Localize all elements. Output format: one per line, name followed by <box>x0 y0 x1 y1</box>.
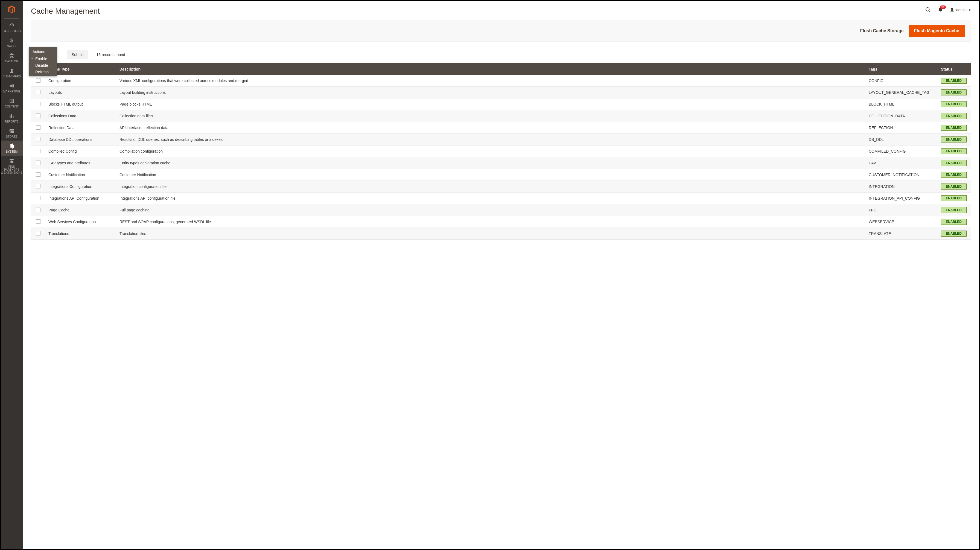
table-row: Customer NotificationCustomer Notificati… <box>31 169 971 181</box>
table-row: Integrations ConfigurationIntegration co… <box>31 181 971 193</box>
submit-button[interactable]: Submit <box>67 50 88 59</box>
sidebar-item-dashboard[interactable]: DASHBOARD <box>1 20 23 35</box>
status-badge: ENABLED <box>941 101 967 107</box>
column-tags[interactable]: Tags <box>866 63 938 75</box>
cell-cache-type: Compiled Config <box>46 145 117 157</box>
row-checkbox[interactable] <box>36 172 40 177</box>
cell-tags: BLOCK_HTML <box>866 99 938 110</box>
status-badge: ENABLED <box>941 160 967 166</box>
sidebar-item-partners[interactable]: FIND PARTNERS& EXTENSIONS <box>1 156 23 177</box>
cell-description: Full page caching <box>117 204 866 216</box>
cell-tags: COLLECTION_DATA <box>866 110 938 122</box>
table-row: LayoutsLayout building instructionsLAYOU… <box>31 87 971 99</box>
cell-cache-type: EAV types and attributes <box>46 157 117 169</box>
cell-status: ENABLED <box>938 216 971 228</box>
row-checkbox[interactable] <box>36 149 40 153</box>
table-row: Blocks HTML outputPage blocks HTMLBLOCK_… <box>31 99 971 110</box>
cell-status: ENABLED <box>938 181 971 193</box>
row-checkbox[interactable] <box>36 90 40 94</box>
cell-status: ENABLED <box>938 193 971 204</box>
sidebar-item-system[interactable]: SYSTEM <box>1 140 23 156</box>
row-checkbox[interactable] <box>36 207 40 212</box>
notifications-icon[interactable]: 11 <box>938 7 943 13</box>
cell-status: ENABLED <box>938 204 971 216</box>
table-row: EAV types and attributesEntity types dec… <box>31 157 971 169</box>
flush-cache-storage-button[interactable]: Flush Cache Storage <box>860 29 904 33</box>
cell-status: ENABLED <box>938 145 971 157</box>
page-actions-bar: Flush Cache Storage Flush Magento Cache <box>31 20 971 42</box>
cell-description: REST and SOAP configurations, generated … <box>117 216 866 228</box>
row-checkbox[interactable] <box>36 102 40 106</box>
user-label: admin <box>956 8 967 12</box>
cell-tags: INTEGRATION_API_CONFIG <box>866 193 938 204</box>
cell-cache-type: Translations <box>46 228 117 239</box>
cell-description: Entity types declaration cache <box>117 157 866 169</box>
mass-action-enable[interactable]: Enable <box>29 56 57 62</box>
sidebar-item-marketing[interactable]: MARKETING <box>1 80 23 96</box>
mass-action-disable[interactable]: Disable <box>29 62 57 69</box>
column-status[interactable]: Status <box>938 63 971 75</box>
cell-cache-type: Customer Notification <box>46 169 117 181</box>
mass-actions-title: Actions <box>29 48 57 56</box>
sidebar-item-reports[interactable]: REPORTS <box>1 110 23 126</box>
cell-cache-type: Layouts <box>46 87 117 99</box>
sidebar-item-dollar[interactable]: $SALES <box>1 35 23 50</box>
sidebar-item-catalog[interactable]: CATALOG <box>1 50 23 65</box>
cell-tags: LAYOUT_GENERAL_CACHE_TAG <box>866 87 938 99</box>
cell-cache-type: Integrations Configuration <box>46 181 117 193</box>
row-checkbox[interactable] <box>36 125 40 130</box>
status-badge: ENABLED <box>941 113 967 119</box>
mass-action-refresh[interactable]: Refresh <box>29 69 57 75</box>
cell-description: Integration configuration file <box>117 181 866 193</box>
cell-status: ENABLED <box>938 134 971 145</box>
records-found-label: 15 records found <box>97 53 125 57</box>
cache-grid: Cache Type Description Tags Status Confi… <box>31 63 971 239</box>
cell-status: ENABLED <box>938 99 971 110</box>
status-badge: ENABLED <box>941 195 967 201</box>
sidebar-item-label: SYSTEM <box>6 150 18 153</box>
table-row: ConfigurationVarious XML configurations … <box>31 75 971 87</box>
row-checkbox[interactable] <box>36 219 40 224</box>
status-badge: ENABLED <box>941 89 967 96</box>
magento-logo-icon[interactable] <box>6 4 17 15</box>
sidebar-item-label: REPORTS <box>5 120 19 123</box>
row-checkbox[interactable] <box>36 137 40 141</box>
cell-cache-type: Blocks HTML output <box>46 99 117 110</box>
table-row: Web Services ConfigurationREST and SOAP … <box>31 216 971 228</box>
mass-actions-dropdown[interactable]: Actions EnableDisableRefresh <box>29 47 57 76</box>
sidebar-item-label: FIND PARTNERS& EXTENSIONS <box>1 165 23 174</box>
cell-tags: REFLECTION <box>866 122 938 134</box>
flush-magento-cache-button[interactable]: Flush Magento Cache <box>908 25 965 37</box>
main-content: Cache Management 11 admin ▼ Flush Cache … <box>23 1 979 549</box>
row-checkbox[interactable] <box>36 113 40 118</box>
cell-tags: CONFIG <box>866 75 938 87</box>
search-icon[interactable] <box>925 7 931 13</box>
column-description[interactable]: Description <box>117 63 866 75</box>
row-checkbox[interactable] <box>36 231 40 236</box>
sidebar-item-label: CONTENT <box>5 105 19 108</box>
row-checkbox[interactable] <box>36 184 40 188</box>
row-checkbox[interactable] <box>36 196 40 200</box>
status-badge: ENABLED <box>941 231 967 237</box>
status-badge: ENABLED <box>941 172 967 178</box>
row-checkbox[interactable] <box>36 161 40 165</box>
svg-point-0 <box>926 8 929 11</box>
sidebar-item-content[interactable]: CONTENT <box>1 96 23 110</box>
cell-description: Layout building instructions <box>117 87 866 99</box>
cell-status: ENABLED <box>938 87 971 99</box>
cell-description: Integrations API configuration file <box>117 193 866 204</box>
row-checkbox[interactable] <box>36 78 40 83</box>
cell-tags: CUSTOMER_NOTIFICATION <box>866 169 938 181</box>
sidebar-item-label: STORES <box>6 135 18 138</box>
cell-cache-type: Reflection Data <box>46 122 117 134</box>
cell-tags: FPC <box>866 204 938 216</box>
svg-line-1 <box>929 11 931 12</box>
sidebar-item-stores[interactable]: STORES <box>1 126 23 140</box>
sidebar-item-customers[interactable]: CUSTOMERS <box>1 65 23 80</box>
cell-status: ENABLED <box>938 122 971 134</box>
sidebar-item-label: SALES <box>7 45 16 48</box>
account-menu[interactable]: admin ▼ <box>950 7 971 12</box>
cell-description: Compilation configuration <box>117 145 866 157</box>
status-badge: ENABLED <box>941 183 967 190</box>
header-actions: 11 admin ▼ <box>925 7 971 13</box>
